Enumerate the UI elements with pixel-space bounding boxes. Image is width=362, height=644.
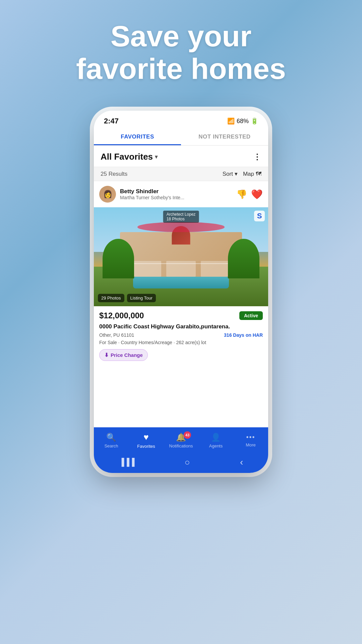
- days-count: 316: [224, 332, 232, 338]
- photographer-credit: Archetect Lopez 18 Photos: [163, 211, 199, 223]
- photo-badges: 29 Photos Listing Tour: [98, 294, 156, 302]
- chevron-down-icon: ▾: [155, 154, 158, 160]
- map-label: Map: [243, 171, 254, 177]
- status-icons: 📶 68% 🔋: [227, 117, 258, 125]
- nav-item-more[interactable]: ••• More: [237, 433, 264, 447]
- headline-line2: favorite homes: [76, 52, 286, 85]
- bottom-nav: 🔍 Search ♥ Favorites 43 🔔 Notifications …: [94, 427, 268, 453]
- sort-button[interactable]: Sort ▾: [223, 170, 238, 177]
- nav-search-label: Search: [104, 443, 118, 448]
- property-image[interactable]: Archetect Lopez 18 Photos S 29 Photos Li…: [94, 207, 268, 306]
- listing-details: $12,000,000 Active 0000 Pacific Coast Hi…: [94, 306, 268, 364]
- nav-item-agents[interactable]: 👤 Agents: [202, 433, 229, 448]
- save-button-overlay[interactable]: S: [254, 211, 265, 221]
- agent-company: Martha Turner Sotheby's Inte...: [120, 195, 184, 200]
- listing-type: For Sale · Country Homes/Acreage · 262 a…: [99, 340, 263, 345]
- listing-card: 👩 Betty Shindler Martha Turner Sotheby's…: [94, 181, 268, 427]
- tabs-bar: FAVORITES NOT INTERESTED: [94, 128, 268, 146]
- listing-address: 0000 Pacific Coast Highway Garabito,punt…: [99, 323, 263, 330]
- notification-badge: 43: [184, 431, 191, 439]
- heart-icon[interactable]: ❤️: [251, 189, 263, 200]
- nav-item-notifications[interactable]: 43 🔔 Notifications: [168, 433, 194, 448]
- nav-item-favorites[interactable]: ♥ Favorites: [133, 432, 160, 449]
- android-recent-button[interactable]: ▐▐▐: [119, 458, 135, 467]
- pool: [133, 277, 229, 288]
- headline: Save your favorite homes: [0, 20, 362, 85]
- listing-tour-badge[interactable]: Listing Tour: [127, 294, 156, 302]
- listing-location: Other, PU 61101: [99, 332, 134, 338]
- favorites-header: All Favorites ▾ ⋮: [94, 146, 268, 167]
- photographer-name: Archetect Lopez: [167, 212, 196, 217]
- listing-price: $12,000,000: [99, 311, 144, 320]
- status-bar: 2:47 📶 68% 🔋: [94, 111, 268, 128]
- house-building: [120, 232, 242, 277]
- more-options-button[interactable]: ⋮: [253, 153, 261, 161]
- agent-name: Betty Shindler: [120, 188, 184, 195]
- favorites-title-text: All Favorites: [101, 152, 153, 162]
- nav-favorites-label: Favorites: [137, 444, 155, 449]
- column-1: [132, 261, 161, 276]
- agent-row: 👩 Betty Shindler Martha Turner Sotheby's…: [94, 181, 268, 207]
- map-button[interactable]: Map 🗺: [243, 171, 261, 177]
- flower-accent: [137, 222, 225, 232]
- vegetation-left: [103, 239, 134, 278]
- favorites-nav-icon: ♥: [143, 432, 148, 442]
- android-home-button[interactable]: ○: [185, 457, 190, 468]
- days-label: Days on HAR: [233, 332, 263, 338]
- status-badge: Active: [239, 311, 263, 320]
- price-change-label: Price Change: [111, 352, 143, 358]
- agent-avatar: 👩: [99, 186, 116, 203]
- battery-text: 68%: [237, 118, 249, 125]
- photo-count-credit: 18 Photos: [167, 217, 185, 221]
- search-nav-icon: 🔍: [106, 433, 116, 442]
- sort-chevron-icon: ▾: [235, 170, 238, 177]
- column-2: [166, 261, 195, 276]
- more-nav-icon: •••: [246, 433, 255, 441]
- sort-label: Sort: [223, 171, 233, 177]
- nav-more-label: More: [246, 442, 256, 447]
- nav-agents-label: Agents: [209, 443, 223, 448]
- phone-frame: 2:47 📶 68% 🔋 FAVORITES NOT INTERESTED Al…: [94, 111, 268, 473]
- nav-notifications-label: Notifications: [169, 443, 193, 448]
- android-nav-bar: ▐▐▐ ○ ‹: [94, 453, 268, 473]
- column-3: [201, 261, 230, 276]
- agent-avatar-image: 👩: [99, 186, 116, 203]
- results-bar: 25 Results Sort ▾ Map 🗺: [94, 167, 268, 181]
- battery-icon: 🔋: [251, 117, 258, 125]
- status-time: 2:47: [104, 117, 119, 125]
- house-columns: [132, 261, 230, 276]
- tab-not-interested[interactable]: NOT INTERESTED: [181, 128, 268, 145]
- days-on-har: 316 Days on HAR: [224, 332, 263, 338]
- nav-item-search[interactable]: 🔍 Search: [98, 433, 125, 448]
- agents-nav-icon: 👤: [211, 433, 221, 442]
- price-change-icon: ⬇: [104, 352, 109, 358]
- agent-details: Betty Shindler Martha Turner Sotheby's I…: [120, 188, 184, 200]
- vegetation-right: [228, 239, 259, 278]
- android-back-button[interactable]: ‹: [240, 457, 243, 468]
- tab-favorites[interactable]: FAVORITES: [94, 128, 181, 145]
- map-icon: 🗺: [256, 171, 261, 177]
- agent-info: 👩 Betty Shindler Martha Turner Sotheby's…: [99, 186, 184, 203]
- price-change-badge[interactable]: ⬇ Price Change: [99, 349, 148, 361]
- location-row: Other, PU 61101 316 Days on HAR: [99, 332, 263, 338]
- thumbs-down-icon[interactable]: 👎: [236, 189, 247, 200]
- favorites-title-group[interactable]: All Favorites ▾: [101, 152, 158, 162]
- results-count: 25 Results: [101, 171, 127, 177]
- agent-actions: 👎 ❤️: [236, 189, 263, 200]
- headline-line1: Save your: [111, 19, 252, 53]
- results-actions: Sort ▾ Map 🗺: [223, 170, 261, 177]
- photos-count-badge[interactable]: 29 Photos: [98, 294, 124, 302]
- price-row: $12,000,000 Active: [99, 311, 263, 320]
- signal-icon: 📶: [227, 117, 235, 125]
